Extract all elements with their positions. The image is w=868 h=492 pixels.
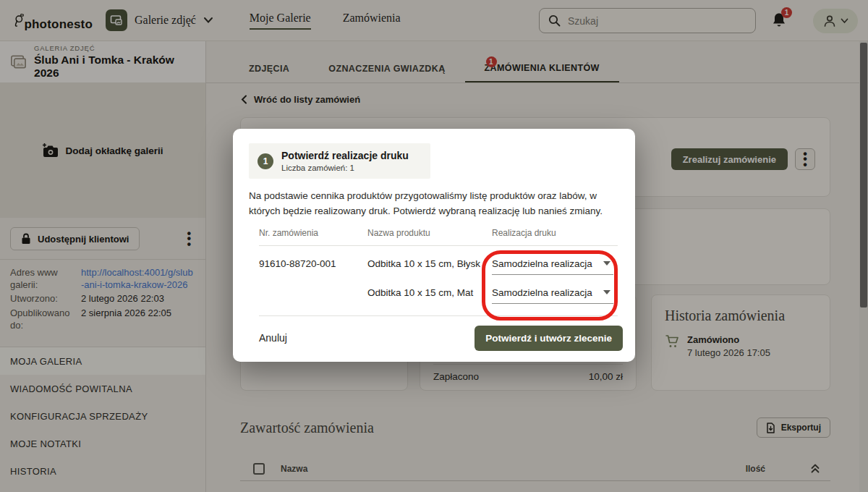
dropdown-arrow-icon bbox=[603, 290, 610, 294]
modal-step-header: 1 Potwierdź realizacje druku Liczba zamó… bbox=[249, 143, 430, 179]
modal-title: Potwierdź realizacje druku bbox=[281, 150, 409, 161]
col-product-header: Nazwa produktu bbox=[367, 228, 492, 238]
realization-select-value: Samodzielna realizacja bbox=[492, 258, 592, 269]
realization-select-2[interactable]: Samodzielna realizacja bbox=[492, 287, 613, 304]
confirm-create-order-button[interactable]: Potwierdź i utwórz zlecenie bbox=[475, 326, 623, 351]
modal-table: Nr. zamówienia Nazwa produktu Realizacja… bbox=[259, 228, 618, 304]
product-name-cell: Odbitka 10 x 15 cm, Błysk bbox=[367, 258, 492, 269]
step-number-badge: 1 bbox=[258, 153, 273, 169]
product-name-cell: Odbitka 10 x 15 cm, Mat bbox=[367, 287, 492, 298]
col-realization-header: Realizacja druku bbox=[492, 228, 613, 238]
modal-footer: Anuluj Potwierdź i utwórz zlecenie bbox=[233, 316, 635, 351]
modal-subtitle: Liczba zamówień: 1 bbox=[281, 164, 409, 172]
modal-table-header: Nr. zamówienia Nazwa produktu Realizacja… bbox=[259, 228, 618, 246]
col-order-no-header: Nr. zamówienia bbox=[259, 228, 367, 238]
realization-select-value: Samodzielna realizacja bbox=[492, 287, 592, 298]
dropdown-arrow-icon bbox=[603, 261, 610, 266]
modal-description: Na podstawie cennika produktów przygotow… bbox=[249, 189, 619, 219]
confirm-print-modal: 1 Potwierdź realizacje druku Liczba zamó… bbox=[233, 129, 635, 362]
modal-table-row: Odbitka 10 x 15 cm, Mat Samodzielna real… bbox=[259, 287, 618, 304]
cancel-button[interactable]: Anuluj bbox=[259, 332, 287, 344]
order-number-cell: 91610-88720-001 bbox=[259, 258, 367, 269]
realization-select-1[interactable]: Samodzielna realizacja bbox=[492, 258, 613, 275]
modal-table-row: 91610-88720-001 Odbitka 10 x 15 cm, Błys… bbox=[259, 258, 618, 275]
